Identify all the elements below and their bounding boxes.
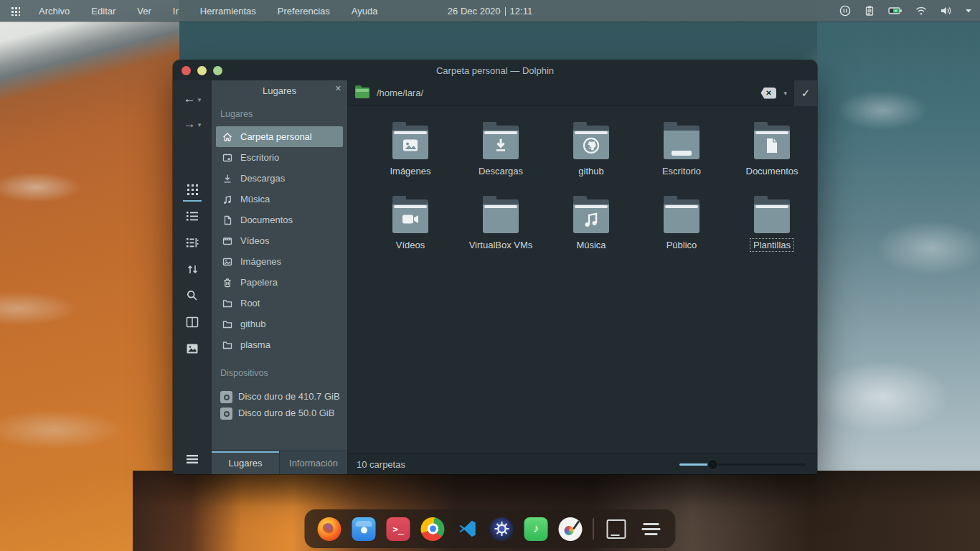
folder-item[interactable]: github: [546, 118, 636, 192]
wifi-icon[interactable]: [915, 4, 928, 17]
clipboard-icon[interactable]: [863, 4, 876, 17]
folder-icon-videos: [391, 196, 430, 233]
sidebar-item-label: Papelera: [240, 277, 278, 288]
details-view-icon[interactable]: [185, 235, 199, 250]
sidebar-item-imagenes[interactable]: Imágenes: [216, 251, 343, 272]
sidebar-item-label: Descargas: [240, 173, 285, 184]
paint-app-icon[interactable]: [559, 517, 583, 541]
tab-lugares[interactable]: Lugares: [212, 451, 280, 474]
folder-item[interactable]: Documentos: [727, 118, 817, 192]
zoom-slider[interactable]: [679, 459, 806, 469]
folder-icon: [222, 298, 233, 309]
music-icon: [222, 194, 233, 205]
folder-label: Música: [573, 239, 608, 251]
folder-item[interactable]: Público: [636, 192, 727, 265]
download-icon: [222, 173, 233, 184]
sidebar-item-papelera[interactable]: Papelera: [216, 272, 343, 293]
maximize-window-button[interactable]: [213, 66, 222, 75]
menu-ver[interactable]: Ver: [137, 6, 151, 17]
tab-label: Lugares: [229, 458, 263, 468]
location-bar[interactable]: /home/lara/ ✕ ▾ ✓: [348, 80, 817, 106]
tab-informacion[interactable]: Información: [280, 451, 347, 474]
sidebar-item-videos[interactable]: Vídeos: [216, 230, 343, 251]
sidebar-item-github[interactable]: github: [216, 314, 343, 334]
folder-item[interactable]: Música: [546, 192, 636, 265]
sidebar-item-musica[interactable]: Música: [216, 189, 343, 209]
konsole-icon[interactable]: >_: [387, 517, 410, 541]
task-manager-icon[interactable]: [639, 517, 663, 541]
volume-icon[interactable]: [939, 4, 953, 17]
folder-label: Vídeos: [393, 239, 428, 251]
menu-ayuda[interactable]: Ayuda: [352, 6, 378, 17]
system-settings-icon[interactable]: [490, 517, 514, 541]
preview-icon[interactable]: [185, 342, 199, 356]
sidebar-item-escritorio[interactable]: Escritorio: [216, 147, 343, 168]
music-app-icon[interactable]: ♪: [524, 517, 548, 541]
menu-preferencias[interactable]: Preferencias: [278, 6, 330, 17]
document-emblem-icon: [765, 137, 779, 154]
terminal-prompt-glyph: >_: [392, 524, 404, 534]
folder-item[interactable]: Escritorio: [636, 118, 727, 192]
minimize-window-button[interactable]: [197, 66, 207, 75]
folder-icon-descargas: [481, 122, 520, 159]
global-menubar: Archivo Editar Ver Ir Herramientas Prefe…: [0, 0, 980, 22]
back-button[interactable]: ← ▾: [184, 88, 202, 109]
forward-button[interactable]: → ▾: [184, 113, 202, 134]
close-panel-icon[interactable]: ✕: [335, 84, 341, 93]
desktop-icon: [222, 152, 233, 164]
folder-item[interactable]: Imágenes: [365, 118, 456, 192]
dock: >_ ♪: [305, 509, 676, 548]
folder-view[interactable]: Imágenes Descargas: [348, 106, 817, 453]
split-view-icon[interactable]: [185, 315, 199, 329]
battery-charging-icon[interactable]: [887, 4, 903, 17]
search-icon[interactable]: [185, 288, 199, 303]
vscode-icon[interactable]: [456, 517, 479, 541]
menu-herramientas[interactable]: Herramientas: [200, 6, 256, 17]
video-emblem-icon: [401, 212, 420, 226]
discover-icon[interactable]: [352, 517, 376, 541]
folder-item[interactable]: Descargas: [456, 118, 546, 192]
sidebar-item-label: Escritorio: [240, 152, 279, 163]
sidebar-item-documentos[interactable]: Documentos: [216, 209, 343, 230]
sidebar-item-label: Documentos: [240, 215, 293, 225]
folder-label: Plantillas: [750, 239, 793, 251]
sidebar-item-carpeta-personal[interactable]: Carpeta personal: [216, 126, 343, 147]
folder-item[interactable]: VirtualBox VMs: [456, 192, 546, 265]
show-desktop-icon[interactable]: [605, 517, 628, 541]
forward-arrow-icon: →: [184, 118, 196, 130]
menu-editar[interactable]: Editar: [91, 6, 116, 17]
accept-location-button[interactable]: ✓: [794, 80, 817, 106]
menu-archivo[interactable]: Archivo: [39, 6, 70, 17]
firefox-icon[interactable]: [318, 517, 341, 541]
back-history-chevron-icon[interactable]: ▾: [198, 96, 202, 103]
forward-history-chevron-icon[interactable]: ▾: [198, 121, 202, 128]
media-pause-icon[interactable]: [839, 4, 852, 17]
folder-icon-musica: [572, 196, 611, 233]
sort-icon[interactable]: [185, 262, 199, 276]
sidebar-item-plasma[interactable]: plasma: [216, 334, 343, 355]
sidebar-item-label: Carpeta personal: [240, 131, 312, 142]
device-item-disk1[interactable]: Disco duro de 410.7 GiB: [216, 387, 343, 403]
titlebar[interactable]: Carpeta personal — Dolphin: [173, 60, 817, 80]
sidebar-item-root[interactable]: Root: [216, 293, 343, 314]
folder-item[interactable]: Vídeos: [365, 192, 456, 265]
close-window-button[interactable]: [182, 66, 191, 75]
chrome-icon[interactable]: [421, 517, 445, 541]
folder-label: Público: [664, 239, 700, 251]
clear-location-icon[interactable]: ✕: [760, 88, 776, 99]
menu-ir[interactable]: Ir: [173, 6, 179, 17]
zoom-slider-handle[interactable]: [707, 459, 718, 470]
menu-icon[interactable]: [186, 454, 199, 467]
list-view-icon[interactable]: [185, 209, 199, 223]
sidebar-item-descargas[interactable]: Descargas: [216, 168, 343, 189]
status-text: 10 carpetas: [357, 459, 679, 470]
location-path[interactable]: /home/lara/: [377, 88, 760, 98]
folder-item[interactable]: Plantillas: [727, 192, 817, 265]
dolphin-window: Carpeta personal — Dolphin ← ▾ → ▾: [173, 60, 817, 474]
expand-chevron-icon[interactable]: [964, 6, 973, 15]
grid-view-icon[interactable]: [185, 182, 199, 197]
app-launcher-button[interactable]: [4, 6, 26, 16]
status-bar: 10 carpetas: [348, 453, 817, 474]
device-item-disk2[interactable]: Disco duro de 50.0 GiB: [216, 403, 343, 420]
location-dropdown-chevron-icon[interactable]: ▾: [783, 90, 787, 97]
